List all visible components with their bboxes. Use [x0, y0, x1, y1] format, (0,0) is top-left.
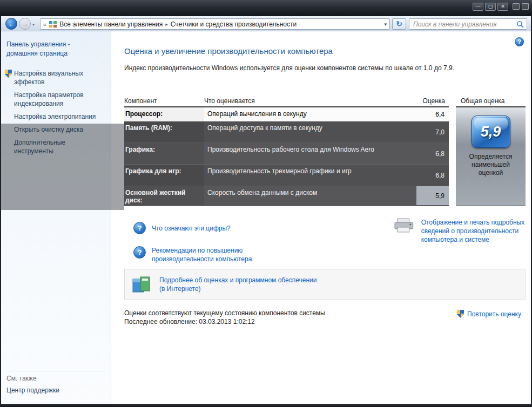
recent-pages-dropdown[interactable]: ▾ [32, 22, 35, 27]
table-row: Графика для игр: Производительность трех… [124, 165, 449, 186]
breadcrumb-item-performance[interactable]: Счетчики и средства производительности [171, 21, 297, 28]
link-row-tips: ? Рекомендации по повышению производител… [133, 246, 284, 263]
wei-table-rows: Процессор: Операций вычисления в секунду… [124, 107, 449, 206]
sidebar-item-label: Настройка электропитания [14, 113, 96, 120]
question-mark-icon[interactable]: ? [133, 222, 146, 234]
wei-table: Компонент Что оценивается Оценка Процесс… [124, 97, 449, 206]
back-arrow-icon: ← [8, 20, 15, 28]
close-button[interactable]: ✕ [497, 3, 508, 11]
software-box-icon [132, 276, 151, 293]
link-print-details[interactable]: Отображение и печать подробных сведений … [421, 218, 526, 244]
column-header-what: Что оценивается [204, 97, 416, 105]
help-icon[interactable]: ? [515, 37, 524, 46]
sidebar-item-label: Дополнительные инструменты [14, 139, 65, 155]
print-link-row: Отображение и печать подробных сведений … [393, 218, 526, 244]
maximize-button[interactable]: ▢ [485, 3, 496, 11]
rerun-assessment-label: Повторить оценку [467, 310, 521, 318]
sidebar: Панель управления - домашняя страница На… [1, 31, 111, 404]
table-row: Основной жесткий диск: Скорость обмена д… [124, 186, 449, 206]
component-name: Графика для игр: [124, 165, 204, 186]
component-description: Операций доступа к памяти в секунду [204, 121, 416, 143]
sidebar-item-visual-effects[interactable]: Настройка визуальных эффектов [14, 69, 90, 86]
component-description: Скорость обмена данными с диском [204, 186, 416, 205]
breadcrumb-overflow-icon[interactable]: « [43, 21, 46, 28]
component-score: 6,4 [416, 107, 449, 121]
component-description: Операций вычисления в секунду [204, 107, 416, 121]
base-score-value: 5,9 [481, 124, 501, 140]
main-panel: ? Оценка и увеличение производительности… [111, 31, 531, 404]
component-score: 6,8 [416, 143, 449, 164]
breadcrumb-item-all-items[interactable]: Все элементы панели управления [59, 21, 163, 28]
component-score: 6,8 [416, 165, 449, 186]
base-score-panel: 5,9 Определяется наименьшей оценкой [456, 107, 526, 206]
component-name: Процессор: [124, 107, 204, 121]
navigation-bar: ← → ▾ « Все элементы панели управления ▸… [1, 16, 531, 31]
wei-table-header: Компонент Что оценивается Оценка [124, 97, 449, 107]
base-score-caption: Определяется наименьшей оценкой [461, 153, 521, 177]
component-description: Производительность трехмерной графики и … [204, 165, 416, 186]
address-dropdown-icon[interactable]: ▾ [384, 22, 387, 27]
component-description: Производительность рабочего стола для Wi… [204, 143, 416, 164]
link-row-what-numbers: ? Что означают эти цифры? [133, 222, 231, 234]
component-score: 7,0 [416, 121, 449, 143]
see-also-heading: См. также [6, 375, 37, 382]
sidebar-item-label: Настройка визуальных эффектов [14, 70, 83, 86]
sidebar-item-advanced-tools[interactable]: Дополнительные инструменты [14, 138, 80, 155]
rerun-assessment-link[interactable]: Повторить оценку [457, 310, 521, 318]
link-what-numbers[interactable]: Что означают эти цифры? [152, 225, 231, 232]
sidebar-item-home[interactable]: Панель управления - домашняя страница [6, 40, 90, 58]
status-text: Оценки соответствуют текущему состоянию … [124, 309, 325, 326]
forward-arrow-icon: → [22, 20, 29, 28]
window-frame-bottom [0, 404, 532, 407]
control-panel-window: — ▢ ✕ ← → ▾ « Все элементы панели управл… [0, 0, 532, 407]
search-icon[interactable] [516, 21, 524, 28]
sidebar-item-label: Открыть очистку диска [14, 126, 83, 133]
link-online-details[interactable]: Подробнее об оценках и программном обесп… [159, 276, 321, 293]
sidebar-item-label: Настройка параметров индексирования [14, 91, 84, 107]
table-row: Память (RAM): Операций доступа к памяти … [124, 121, 449, 143]
uac-shield-icon [457, 310, 464, 318]
back-button[interactable]: ← [5, 18, 17, 30]
forward-button[interactable]: → [19, 18, 31, 30]
column-header-component: Компонент [124, 97, 204, 105]
status-line-current: Оценки соответствуют текущему состоянию … [124, 309, 325, 317]
uac-shield-icon [5, 70, 12, 78]
title-bar[interactable]: — ▢ ✕ [0, 0, 532, 16]
address-bar[interactable]: « Все элементы панели управления ▸ Счетч… [40, 18, 390, 30]
background-window-button-icon [522, 3, 529, 10]
background-window-button-icon [513, 3, 520, 10]
window-frame-left [0, 16, 1, 407]
column-header-base-score: Общая оценка [456, 97, 526, 107]
online-info-box: Подробнее об оценках и программном обесп… [124, 269, 526, 300]
search-box[interactable] [409, 18, 527, 30]
sidebar-item-indexing-options[interactable]: Настройка параметров индексирования [14, 91, 96, 108]
minimize-button[interactable]: — [473, 3, 483, 11]
question-mark-icon[interactable]: ? [133, 246, 146, 259]
control-panel-icon [49, 21, 57, 28]
background-window-buttons [513, 3, 529, 10]
window-controls: — ▢ ✕ [471, 3, 508, 11]
status-line-updated: Последнее обновление: 03.03.2013 1:02:12 [124, 317, 325, 326]
table-row: Процессор: Операций вычисления в секунду… [124, 107, 449, 121]
intro-text: Индекс производительности Windows исполь… [124, 64, 525, 73]
printer-icon [393, 218, 415, 234]
wei-score-badge-icon: 5,9 [472, 116, 510, 148]
base-score-column: Общая оценка 5,9 Определяется наименьшей… [456, 97, 526, 206]
sidebar-divider [5, 371, 106, 371]
component-name: Графика: [124, 143, 204, 164]
component-score-lowest: 5,9 [416, 186, 449, 205]
table-row: Графика: Производительность рабочего сто… [124, 143, 449, 165]
breadcrumb-separator-icon[interactable]: ▸ [165, 21, 168, 27]
refresh-icon: ↻ [396, 19, 402, 28]
component-name: Память (RAM): [124, 121, 204, 143]
sidebar-item-action-center[interactable]: Центр поддержки [6, 386, 59, 394]
component-name: Основной жесткий диск: [124, 186, 204, 205]
sidebar-item-disk-cleanup[interactable]: Открыть очистку диска [14, 125, 104, 134]
sidebar-item-power-settings[interactable]: Настройка электропитания [14, 112, 107, 121]
search-input[interactable] [412, 20, 516, 29]
link-performance-tips[interactable]: Рекомендации по повышению производительн… [152, 246, 284, 263]
refresh-button[interactable]: ↻ [392, 18, 406, 30]
page-title: Оценка и увеличение производительности к… [124, 46, 333, 56]
column-header-score: Оценка [416, 97, 449, 105]
